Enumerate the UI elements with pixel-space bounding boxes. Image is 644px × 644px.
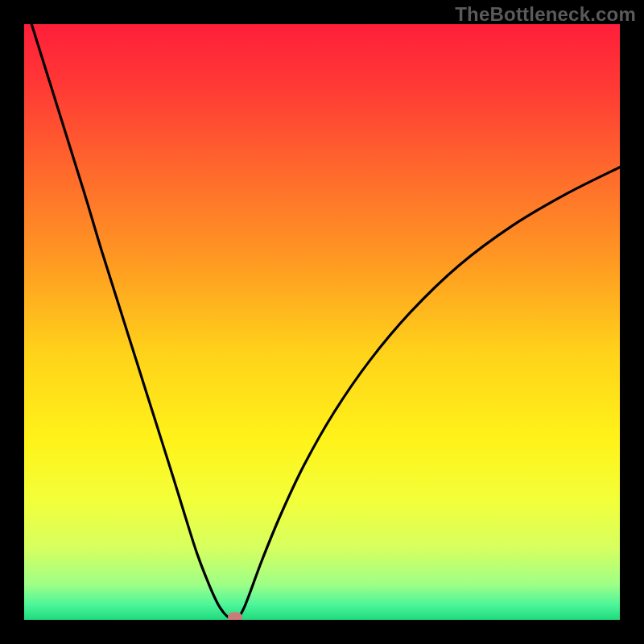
gradient-background — [24, 24, 620, 620]
plot-svg — [24, 24, 620, 620]
plot-area — [24, 24, 620, 620]
minimum-marker — [228, 613, 242, 620]
watermark-text: TheBottleneck.com — [455, 3, 636, 26]
chart-frame: TheBottleneck.com — [0, 0, 644, 644]
